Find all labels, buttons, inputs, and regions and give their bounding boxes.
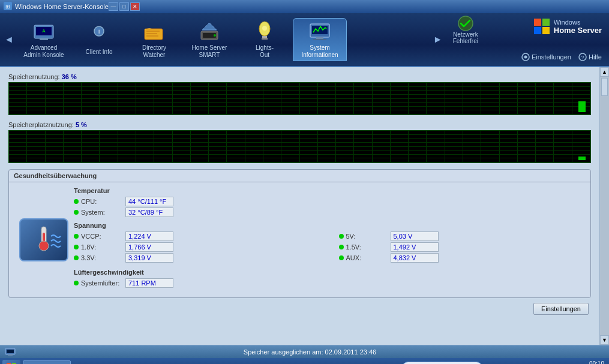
settings-action[interactable]: Einstellungen	[521, 53, 571, 61]
v18-dot	[74, 245, 79, 249]
svg-rect-22	[316, 37, 323, 39]
system-icon	[308, 20, 332, 43]
network-status[interactable]: Netzwerk Fehlerfrei	[451, 13, 481, 66]
brand-homeserver: Home Server	[554, 26, 602, 35]
vccp-dot	[74, 234, 79, 239]
svg-text:i: i	[98, 28, 100, 35]
svg-rect-26	[542, 19, 550, 26]
scroll-down-button[interactable]: ▼	[600, 335, 609, 345]
clock-time: 00:10	[581, 360, 604, 364]
thermometer-icon	[26, 224, 62, 255]
svg-rect-25	[534, 19, 541, 26]
search-box[interactable]	[402, 362, 482, 364]
health-content: Temperatur CPU: 44 °C/111 °F System: 32 …	[9, 182, 590, 297]
scroll-up-button[interactable]: ▲	[600, 67, 609, 77]
scroll-thumb[interactable]	[601, 78, 608, 96]
health-details: Temperatur CPU: 44 °C/111 °F System: 32 …	[74, 187, 586, 293]
v33-label: 3.3V:	[81, 254, 123, 261]
v15-label: 1.5V:	[346, 243, 388, 251]
v5-dot	[339, 234, 344, 239]
start-button[interactable]	[2, 360, 20, 364]
memory-label: Speichernutzung: 36 %	[8, 73, 591, 80]
homeserver-label: Home ServerSMART	[192, 44, 227, 59]
svg-rect-5	[40, 38, 48, 40]
nav-right-arrow[interactable]: ►	[431, 13, 445, 66]
windows-logo	[533, 18, 550, 35]
system-clock: 00:10 Samstag	[581, 360, 604, 364]
disk-graph-spike	[578, 157, 586, 160]
sidebar-item-client[interactable]: i Client Info	[72, 18, 126, 61]
health-title: Gesundheitsüberwachung	[9, 170, 590, 182]
system-tray: 35 33 33 34 33 EN 00:10 Samstag	[485, 360, 607, 364]
sidebar-item-lights[interactable]: Lights-Out	[238, 18, 292, 61]
client-label: Client Info	[85, 49, 112, 56]
lights-label: Lights-Out	[256, 44, 274, 59]
help-action[interactable]: ? Hilfe	[578, 53, 602, 61]
settings-icon	[521, 53, 530, 61]
svg-text:?: ?	[581, 55, 584, 61]
disk-section: Speicherplatznutzung: 5 %	[8, 121, 591, 163]
admin-icon: A	[32, 20, 56, 43]
svg-point-14	[214, 34, 216, 37]
vccp-label: VCCP:	[81, 233, 123, 240]
sysfan-dot	[74, 281, 79, 285]
svg-rect-38	[8, 354, 13, 356]
status-bar: Speicher ausgeglichen am: 02.09.2011 23:…	[0, 345, 609, 358]
cpu-temp-row: CPU: 44 °C/111 °F	[74, 197, 586, 206]
nav-left-arrow[interactable]: ◄	[2, 13, 16, 66]
scrollbar[interactable]: ▲ ▼	[599, 67, 609, 345]
v18-label: 1.8V:	[81, 243, 123, 251]
maximize-button[interactable]: □	[119, 2, 129, 11]
v18-value: 1,766 V	[125, 242, 173, 252]
vccp-row: VCCP: 1,224 V	[74, 231, 321, 241]
svg-text:⊞: ⊞	[5, 4, 10, 10]
sidebar-item-system[interactable]: SystemInformationen	[293, 18, 347, 61]
memory-graph	[8, 82, 591, 115]
sysfan-label: Systemlüfter:	[81, 279, 123, 287]
brand-windows: Windows	[554, 19, 602, 26]
settings-label: Einstellungen	[532, 53, 571, 61]
health-icon-area	[14, 187, 74, 293]
lights-icon	[253, 20, 277, 43]
v5-row: 5V: 5,03 V	[339, 231, 586, 241]
svg-point-30	[524, 56, 527, 59]
homeserver-icon	[197, 20, 221, 43]
client-icon: i	[87, 23, 111, 47]
einstellungen-button[interactable]: Einstellungen	[533, 303, 589, 315]
cpu-label: CPU:	[81, 198, 123, 205]
system-dot	[74, 210, 79, 215]
svg-rect-10	[146, 33, 157, 34]
vccp-value: 1,224 V	[125, 231, 173, 241]
settings-btn-area: Einstellungen	[8, 303, 591, 315]
taskbar-app-item[interactable]: us Monitor	[23, 360, 71, 364]
graph-spike	[578, 101, 586, 112]
status-text: Speicher ausgeglichen am: 02.09.2011 23:…	[16, 348, 604, 356]
titlebar-title: Windows Home Server-Konsole	[15, 3, 109, 10]
voltage-title: Spannung	[74, 222, 586, 229]
svg-rect-37	[7, 350, 14, 353]
memory-section: Speichernutzung: 36 %	[8, 73, 591, 115]
health-monitor-icon	[19, 218, 68, 261]
cpu-value: 44 °C/111 °F	[125, 197, 173, 206]
temp-title: Temperatur	[74, 187, 586, 194]
sidebar-item-admin[interactable]: A AdvancedAdmin Konsole	[17, 18, 71, 61]
v33-dot	[74, 255, 79, 260]
svg-text:A: A	[42, 28, 46, 34]
v15-value: 1,492 V	[391, 242, 439, 252]
scroll-track	[600, 77, 609, 335]
sidebar-item-directory[interactable]: DirectoryWatcher	[127, 18, 181, 61]
sidebar-item-homeserver[interactable]: Home ServerSMART	[182, 18, 236, 61]
voltage-subsection: Spannung VCCP: 1,224 V 1.8V:	[74, 222, 586, 264]
help-label: Hilfe	[589, 53, 602, 61]
status-icon	[5, 348, 16, 356]
close-button[interactable]: ✕	[130, 2, 140, 11]
minimize-button[interactable]: —	[109, 2, 118, 11]
v18-row: 1.8V: 1,766 V	[74, 242, 321, 252]
titlebar-icon: ⊞	[4, 2, 12, 11]
health-section: Gesundheitsüberwachung	[8, 169, 591, 298]
system-value: 32 °C/89 °F	[125, 207, 173, 217]
svg-rect-27	[534, 27, 541, 34]
aux-dot	[339, 255, 344, 260]
voltage-grid: VCCP: 1,224 V 1.8V: 1,766 V	[74, 231, 586, 264]
content-area: Speichernutzung: 36 % Speicherplatznutzu…	[0, 67, 599, 345]
